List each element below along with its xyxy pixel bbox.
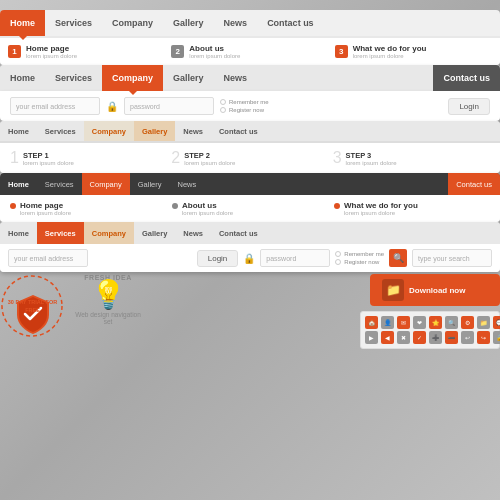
icon-cell-3[interactable]: ❤ (413, 316, 426, 329)
tab-news-2[interactable]: News (214, 65, 258, 91)
icon-cell-16[interactable]: ↪ (477, 331, 490, 344)
trial-badge: 30 DAY TRIAL FOR FREE (0, 274, 65, 339)
tab-company-2[interactable]: Company (102, 65, 163, 91)
nav-text-3: What we do for you lorem ipsum dolore (353, 44, 427, 59)
tab-news-5[interactable]: News (175, 222, 211, 244)
bullet-text-1: Home page lorem ipsum dolore (20, 201, 71, 216)
tab-contact-1[interactable]: Contact us (257, 10, 324, 36)
download-button[interactable]: 📁 Download now (370, 274, 500, 306)
remember-row-5: Remember me (335, 251, 384, 257)
bullet-sub-2: lorem ipsum dolore (182, 210, 233, 216)
tab-services-4[interactable]: Services (37, 173, 82, 195)
tab-company-1[interactable]: Company (102, 10, 163, 36)
tab-company-4[interactable]: Company (82, 173, 130, 195)
icon-cell-14[interactable]: ➖ (445, 331, 458, 344)
icon-cell-15[interactable]: ↩ (461, 331, 474, 344)
bottom-section: 30 DAY TRIAL FOR FREE FRESH IDEA 💡 Web d… (0, 274, 500, 349)
tab-gallery-1[interactable]: Gallery (163, 10, 214, 36)
step-3: 3 STEP 3 lorem ipsum dolore (333, 149, 490, 167)
tab-news-1[interactable]: News (214, 10, 258, 36)
tab-gallery-5[interactable]: Gallery (134, 222, 175, 244)
tab-contact-4[interactable]: Contact us (448, 173, 500, 195)
icon-cell-10[interactable]: ◀ (381, 331, 394, 344)
icon-cell-6[interactable]: ⚙ (461, 316, 474, 329)
icon-cell-12[interactable]: ✓ (413, 331, 426, 344)
icon-cell-0[interactable]: 🏠 (365, 316, 378, 329)
nav-num-1: 1 (8, 45, 21, 58)
nav-sub-2: lorem ipsum dolore (189, 53, 240, 59)
navbar-2-tabs: Home Services Company Gallery News Conta… (0, 65, 500, 91)
tab-home-5[interactable]: Home (0, 222, 37, 244)
bullet-content: Home page lorem ipsum dolore About us lo… (0, 195, 500, 222)
icon-cell-17[interactable]: 🔒 (493, 331, 500, 344)
step-label-2: STEP 2 (184, 151, 235, 160)
icon-cell-11[interactable]: ✖ (397, 331, 410, 344)
nav-title-2: About us (189, 44, 240, 53)
step-sub-1: lorem ipsum dolore (23, 160, 74, 166)
email-input-5[interactable]: your email address (8, 249, 88, 267)
step-1: 1 STEP 1 lorem ipsum dolore (10, 149, 167, 167)
navbar-1-tabs: Home Services Company Gallery News Conta… (0, 10, 500, 36)
icon-cell-8[interactable]: 💬 (493, 316, 500, 329)
bullet-item-3: What we do for you lorem ipsum dolore (334, 201, 490, 216)
tab-news-3[interactable]: News (175, 121, 211, 141)
step-label-1: STEP 1 (23, 151, 74, 160)
tab-services-2[interactable]: Services (45, 65, 102, 91)
step-num-1: 1 (10, 149, 19, 167)
icon-cell-9[interactable]: ▶ (365, 331, 378, 344)
bullet-sub-1: lorem ipsum dolore (20, 210, 71, 216)
email-input-2[interactable]: your email address (10, 97, 100, 115)
password-input-5[interactable]: password (260, 249, 330, 267)
bullet-text-3: What we do for you lorem ipsum dolore (344, 201, 418, 216)
icon-cell-13[interactable]: ➕ (429, 331, 442, 344)
login-button[interactable]: Login (448, 98, 490, 115)
tab-contact-5[interactable]: Contact us (211, 222, 266, 244)
tab-contact-3[interactable]: Contact us (211, 121, 266, 141)
search-content: your email address Login 🔒 password Reme… (0, 244, 500, 272)
icon-cell-2[interactable]: ✉ (397, 316, 410, 329)
radio-remember[interactable] (220, 99, 226, 105)
nav-num-3: 3 (335, 45, 348, 58)
web-design-label: Web design navigation set (73, 311, 143, 325)
step-label-3: STEP 3 (346, 151, 397, 160)
bullet-1 (10, 203, 16, 209)
radio-register[interactable] (220, 107, 226, 113)
tab-gallery-4[interactable]: Gallery (130, 173, 170, 195)
right-section: 📁 Download now 🏠 👤 ✉ ❤ ⭐ 🔍 ⚙ 📁 💬 ▶ ◀ ✖ ✓… (151, 274, 500, 349)
fresh-idea: FRESH IDEA 💡 Web design navigation set (73, 274, 143, 325)
nav-title-3: What we do for you (353, 44, 427, 53)
tab-home-4[interactable]: Home (0, 173, 37, 195)
search-input[interactable]: type your search (412, 249, 492, 267)
nav-item-3: 3 What we do for you lorem ipsum dolore (335, 44, 492, 59)
lock-icon-2: 🔒 (106, 101, 118, 112)
lock-icon-5: 🔒 (243, 253, 255, 264)
tab-company-5[interactable]: Company (84, 222, 134, 244)
tab-services-3[interactable]: Services (37, 121, 84, 141)
tab-news-4[interactable]: News (169, 173, 204, 195)
tab-gallery-2[interactable]: Gallery (163, 65, 214, 91)
bullet-2 (172, 203, 178, 209)
tab-company-3[interactable]: Company (84, 121, 134, 141)
tab-gallery-3[interactable]: Gallery (134, 121, 175, 141)
bullet-sub-3: lorem ipsum dolore (344, 210, 418, 216)
nav-text-1: Home page lorem ipsum dolore (26, 44, 77, 59)
tab-home-3[interactable]: Home (0, 121, 37, 141)
tab-contact-2[interactable]: Contact us (433, 65, 500, 91)
icon-cell-7[interactable]: 📁 (477, 316, 490, 329)
tab-services-1[interactable]: Services (45, 10, 102, 36)
radio-remember-5[interactable] (335, 251, 341, 257)
step-num-2: 2 (171, 149, 180, 167)
icon-cell-1[interactable]: 👤 (381, 316, 394, 329)
nav-title-1: Home page (26, 44, 77, 53)
login-button-5[interactable]: Login (197, 250, 239, 267)
icon-cell-5[interactable]: 🔍 (445, 316, 458, 329)
register-row: Register now (220, 107, 269, 113)
icon-cell-4[interactable]: ⭐ (429, 316, 442, 329)
tab-home-1[interactable]: Home (0, 10, 45, 36)
step-text-2: STEP 2 lorem ipsum dolore (184, 151, 235, 166)
tab-services-5[interactable]: Services (37, 222, 84, 244)
search-button[interactable]: 🔍 (389, 249, 407, 267)
tab-home-2[interactable]: Home (0, 65, 45, 91)
password-input-2[interactable]: password (124, 97, 214, 115)
radio-register-5[interactable] (335, 259, 341, 265)
